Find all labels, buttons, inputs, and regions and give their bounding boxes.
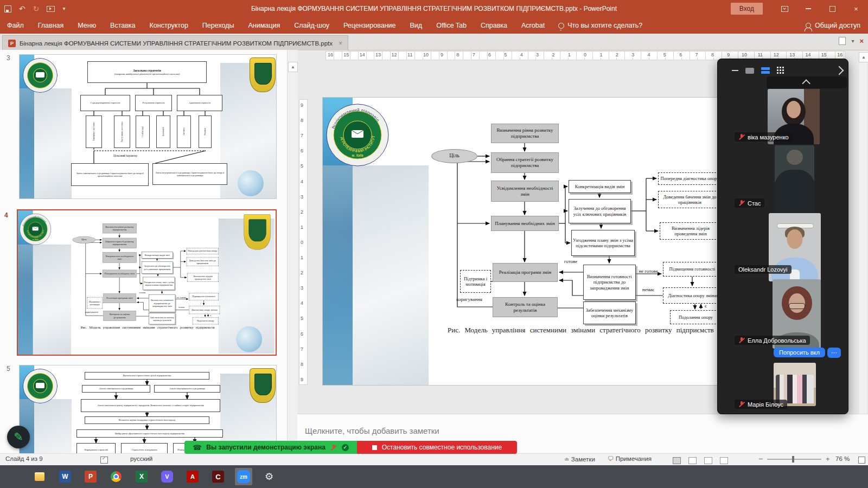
ribbon-tab-10[interactable]: Вид: [403, 17, 430, 34]
login-button[interactable]: Вход: [731, 3, 763, 15]
editor-vertical-scrollbar[interactable]: ▲ ▼: [859, 51, 867, 452]
zoom-slider[interactable]: [767, 459, 821, 460]
ruler-v-tick: 7: [301, 133, 303, 138]
minimize-button[interactable]: [796, 0, 820, 17]
ruler-h-tick: 10: [741, 52, 748, 57]
comments-toggle-button[interactable]: 🗩 Примечания: [608, 455, 652, 462]
zoom-percentage[interactable]: 76 %: [835, 455, 850, 462]
zoom-expand-icon[interactable]: [835, 66, 844, 75]
figure-caption: Рис. Модель управління системними змінам…: [81, 325, 221, 330]
flowchart-node: Аналіз внутрішнього середовища: [154, 385, 220, 393]
taskbar-clarivate-icon[interactable]: C: [209, 468, 227, 485]
ribbon-tab-5[interactable]: Конструктор: [143, 17, 195, 34]
editor-scroll-up-icon[interactable]: ▲: [859, 52, 868, 62]
taskbar-zoom-icon[interactable]: zm: [235, 468, 252, 485]
start-presentation-icon[interactable]: [47, 6, 55, 12]
taskbar-word-icon[interactable]: W: [56, 468, 74, 485]
ruler-h-tick: 5: [663, 52, 667, 57]
close-button[interactable]: ×: [844, 0, 868, 17]
taskbar-powerpoint-icon[interactable]: P: [82, 468, 99, 485]
ruler-h-tick: 15: [343, 52, 349, 57]
tab-list-dropdown-icon[interactable]: ▾: [851, 38, 854, 44]
ribbon-tab-12[interactable]: Справка: [474, 17, 514, 34]
ruler-h-tick: 15: [821, 52, 827, 57]
ribbon-tab-3[interactable]: Меню: [71, 17, 103, 34]
ribbon-tab-7[interactable]: Анимация: [241, 17, 288, 34]
restore-button[interactable]: [820, 0, 844, 17]
share-button[interactable]: Общий доступ: [806, 17, 860, 34]
taskbar-windows-start-icon[interactable]: [5, 468, 23, 485]
ruler-v-tick: 2: [301, 209, 303, 215]
slideshow-view-button[interactable]: [720, 457, 728, 464]
ribbon-tab-6[interactable]: Переходы: [195, 17, 241, 34]
quick-access-toolbar: ↶ ↻ ▾: [4, 0, 66, 17]
participant-video-2[interactable]: [775, 145, 814, 212]
slide-4-thumbnail[interactable]: Відокремлений підрозділАГРОТЕХНІЧНИЙ ІНС…: [17, 209, 277, 356]
zoom-in-button[interactable]: +: [826, 455, 830, 463]
zoom-collapse-strip[interactable]: [767, 76, 847, 88]
ribbon-tab-9[interactable]: Рецензирование: [336, 17, 403, 34]
document-tab[interactable]: P Бінарна лекція ФОРМУВАННЯ СИСТЕМИ УПРА…: [2, 35, 348, 50]
zoom-strip-view-icon[interactable]: [761, 67, 770, 74]
zoom-out-button[interactable]: −: [758, 454, 763, 463]
taskbar-settings-icon[interactable]: ⚙: [260, 468, 278, 485]
flowchart-node: не готове: [175, 296, 188, 300]
flowchart-node: Обрання стратегії розвитку підприємства: [103, 238, 137, 248]
share-status-text: Вы запустили демонстрацию экрана: [206, 444, 326, 451]
more-options-button[interactable]: ⋯: [827, 348, 841, 358]
fit-to-window-button[interactable]: [858, 457, 865, 465]
flowchart-node: Реалізація програми змін: [493, 263, 558, 282]
annotation-pencil-button[interactable]: ✎: [7, 426, 30, 448]
ribbon-display-options-button[interactable]: [773, 0, 796, 17]
video-glasses: [789, 303, 805, 309]
taskbar-explorer-icon[interactable]: [31, 468, 48, 485]
ask-to-unmute-button[interactable]: Попросить вкл: [774, 348, 825, 357]
save-icon[interactable]: [4, 5, 11, 12]
reading-view-button[interactable]: [704, 457, 712, 464]
notes-toggle-button[interactable]: ≐ Заметки: [564, 455, 595, 463]
customize-qat-icon[interactable]: ▾: [62, 6, 65, 11]
ribbon-tab-1[interactable]: Файл: [0, 17, 31, 34]
ribbon-tab-8[interactable]: Слайд-шоу: [287, 17, 336, 34]
zoom-speaker-view-icon[interactable]: [745, 68, 754, 74]
thumbnail-scrollbar[interactable]: ▲ ▼: [287, 50, 298, 453]
flowchart-node: Забезпечення механізму оцінки результаті…: [583, 301, 636, 324]
spellcheck-icon[interactable]: [100, 457, 108, 464]
tab-close-icon[interactable]: ×: [339, 40, 342, 47]
redo-icon[interactable]: ↻: [33, 5, 40, 12]
ruler-v-tick: 2: [301, 270, 303, 275]
zoom-gallery-view-icon[interactable]: [777, 67, 784, 74]
stop-share-button[interactable]: Остановить совместное использование: [357, 441, 517, 454]
zoom-slider-handle[interactable]: [792, 456, 794, 463]
ribbon-tab-2[interactable]: Главная: [31, 17, 71, 34]
close-all-tabs-icon[interactable]: ×: [859, 37, 864, 45]
slide-sorter-view-button[interactable]: [688, 457, 697, 464]
slide-3-thumbnail[interactable]: Загальна стратегія(напрями майбутньої ді…: [19, 54, 277, 199]
taskbar-chrome-icon[interactable]: [107, 468, 125, 485]
ribbon-tab-13[interactable]: Acrobat: [514, 17, 552, 34]
undo-icon[interactable]: ↶: [19, 5, 25, 12]
taskbar-viber-icon[interactable]: V: [158, 468, 176, 485]
taskbar-excel-icon[interactable]: X: [133, 468, 150, 485]
ribbon-tab-4[interactable]: Вставка: [103, 17, 142, 34]
tell-me-box[interactable]: Что вы хотите сделать?: [552, 22, 649, 29]
ruler-h-tick: 3: [535, 52, 539, 57]
new-tab-icon[interactable]: [839, 37, 846, 45]
language-indicator[interactable]: русский: [130, 455, 152, 462]
normal-view-button[interactable]: [673, 457, 681, 464]
scroll-up-icon[interactable]: ▲: [288, 62, 298, 72]
taskbar-acrobat-icon[interactable]: A: [184, 468, 201, 485]
zoom-participants-window[interactable]: віка мазуренкоСтасOleksandr LozovyiЕлла …: [717, 59, 848, 414]
flowchart-node: Підтримка і мотивація: [87, 297, 103, 309]
vertical-ruler: 9876543210123456789: [299, 99, 308, 385]
flowchart-node: Кількісна оцінка складових стратегічного…: [85, 416, 209, 424]
flowchart-node: Попередня діагностика опору: [658, 172, 722, 185]
flowchart-node: Визначення рівня розвитку підприємства: [491, 124, 559, 143]
muted-mic-icon: [738, 337, 745, 344]
ribbon-tab-11[interactable]: Office Tab: [429, 17, 474, 34]
participant-name-label: Стас: [735, 198, 764, 208]
zoom-minimize-icon[interactable]: [732, 70, 738, 71]
ruler-h-tick: 0: [583, 52, 587, 57]
flowchart-node: Стратегічне планування: [121, 443, 168, 454]
ruler-h-tick: 7: [695, 52, 699, 57]
